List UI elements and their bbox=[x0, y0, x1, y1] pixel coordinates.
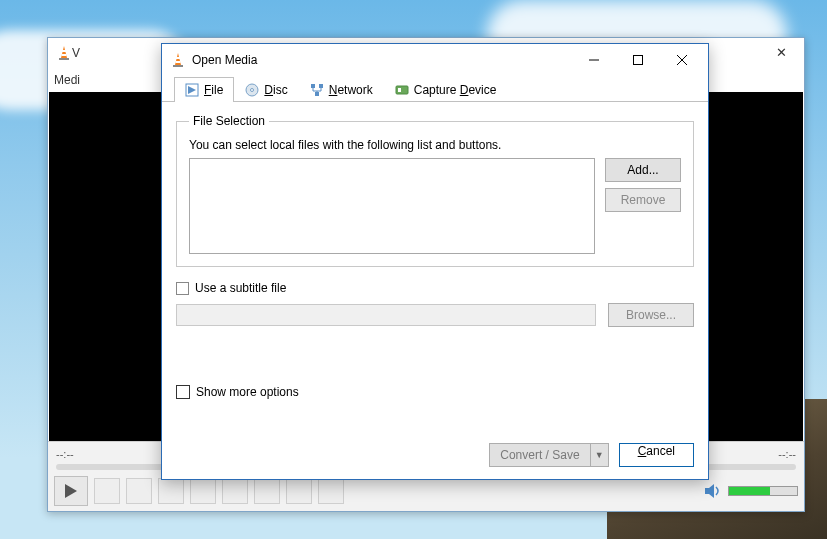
file-list[interactable] bbox=[189, 158, 595, 254]
tab-network[interactable]: Network bbox=[299, 77, 384, 101]
vlc-cone-icon bbox=[170, 52, 186, 68]
tab-disc[interactable]: Disc bbox=[234, 77, 298, 101]
svg-marker-5 bbox=[705, 484, 714, 498]
svg-rect-8 bbox=[176, 61, 181, 63]
open-media-dialog: Open Media File Disc bbox=[161, 43, 709, 480]
tab-network-label: Network bbox=[329, 83, 373, 97]
file-selection-group: File Selection You can select local file… bbox=[176, 114, 694, 267]
file-side-buttons: Add... Remove bbox=[605, 158, 681, 254]
stop-button[interactable] bbox=[126, 478, 152, 504]
convert-save-dropdown[interactable]: ▼ bbox=[591, 443, 609, 467]
time-total: --:-- bbox=[778, 448, 796, 460]
vlc-cone-icon bbox=[56, 45, 72, 61]
maximize-icon bbox=[633, 55, 643, 65]
minimize-icon bbox=[589, 55, 599, 65]
remove-button-label: Remove bbox=[621, 193, 666, 207]
subtitle-path-field bbox=[176, 304, 596, 326]
svg-rect-19 bbox=[319, 84, 323, 88]
loop-button[interactable] bbox=[286, 478, 312, 504]
shuffle-button[interactable] bbox=[318, 478, 344, 504]
show-more-options-checkbox[interactable]: Show more options bbox=[176, 385, 299, 399]
dialog-footer: Convert / Save ▼ Cancel bbox=[162, 439, 708, 479]
play-icon bbox=[65, 484, 77, 498]
svg-rect-20 bbox=[315, 92, 319, 96]
convert-save-split-button[interactable]: Convert / Save ▼ bbox=[489, 443, 608, 467]
convert-save-button[interactable]: Convert / Save bbox=[489, 443, 590, 467]
svg-rect-1 bbox=[61, 50, 67, 52]
svg-rect-22 bbox=[398, 88, 401, 92]
vlc-title-text: V bbox=[72, 46, 80, 60]
disc-icon bbox=[245, 83, 259, 97]
add-button[interactable]: Add... bbox=[605, 158, 681, 182]
playlist-button[interactable] bbox=[254, 478, 280, 504]
dialog-title: Open Media bbox=[192, 53, 257, 67]
maximize-button[interactable] bbox=[616, 46, 660, 74]
svg-rect-7 bbox=[175, 57, 181, 59]
tab-strip: File Disc Network Capture Device bbox=[162, 76, 708, 102]
svg-point-17 bbox=[251, 88, 254, 91]
tab-disc-label: Disc bbox=[264, 83, 287, 97]
vlc-close-button[interactable]: ✕ bbox=[759, 38, 804, 66]
use-subtitle-checkbox[interactable]: Use a subtitle file bbox=[176, 281, 694, 295]
prev-button[interactable] bbox=[94, 478, 120, 504]
tab-file-label: File bbox=[204, 83, 223, 97]
use-subtitle-label: Use a subtitle file bbox=[195, 281, 286, 295]
control-row bbox=[54, 476, 798, 506]
svg-rect-11 bbox=[634, 56, 643, 65]
next-button[interactable] bbox=[158, 478, 184, 504]
volume-icon[interactable] bbox=[704, 482, 722, 500]
fullscreen-button[interactable] bbox=[190, 478, 216, 504]
tab-file[interactable]: File bbox=[174, 77, 234, 101]
close-icon bbox=[677, 55, 687, 65]
show-more-label: Show more options bbox=[196, 385, 299, 399]
extended-button[interactable] bbox=[222, 478, 248, 504]
svg-rect-2 bbox=[62, 54, 67, 56]
minimize-button[interactable] bbox=[572, 46, 616, 74]
remove-button[interactable]: Remove bbox=[605, 188, 681, 212]
desktop-wallpaper: V ✕ Medi --:-- --:-- bbox=[0, 0, 827, 539]
svg-rect-3 bbox=[59, 58, 69, 60]
network-icon bbox=[310, 83, 324, 97]
subtitle-row: Browse... bbox=[176, 303, 694, 327]
svg-rect-18 bbox=[311, 84, 315, 88]
volume-slider[interactable] bbox=[728, 486, 798, 496]
capture-icon bbox=[395, 83, 409, 97]
file-selection-legend: File Selection bbox=[189, 114, 269, 128]
play-button[interactable] bbox=[54, 476, 88, 506]
close-button[interactable] bbox=[660, 46, 704, 74]
file-selection-help: You can select local files with the foll… bbox=[189, 138, 681, 152]
dialog-titlebar[interactable]: Open Media bbox=[162, 44, 708, 76]
convert-save-label: Convert / Save bbox=[500, 448, 579, 462]
browse-button[interactable]: Browse... bbox=[608, 303, 694, 327]
tab-capture-device[interactable]: Capture Device bbox=[384, 77, 508, 101]
close-icon: ✕ bbox=[776, 45, 787, 60]
menu-item-media[interactable]: Medi bbox=[54, 73, 80, 87]
file-icon bbox=[185, 83, 199, 97]
svg-rect-9 bbox=[173, 65, 183, 67]
time-elapsed: --:-- bbox=[56, 448, 74, 460]
dialog-body: File Selection You can select local file… bbox=[162, 102, 708, 439]
browse-button-label: Browse... bbox=[626, 308, 676, 322]
svg-rect-21 bbox=[396, 86, 408, 94]
tab-capture-label: Capture Device bbox=[414, 83, 497, 97]
cancel-button[interactable]: Cancel bbox=[619, 443, 694, 467]
chevron-down-icon: ▼ bbox=[595, 450, 604, 460]
cancel-label: Cancel bbox=[638, 444, 675, 458]
window-buttons bbox=[572, 46, 704, 74]
checkbox-box bbox=[176, 282, 189, 295]
checkbox-box bbox=[176, 385, 190, 399]
add-button-label: Add... bbox=[627, 163, 658, 177]
svg-marker-4 bbox=[65, 484, 77, 498]
